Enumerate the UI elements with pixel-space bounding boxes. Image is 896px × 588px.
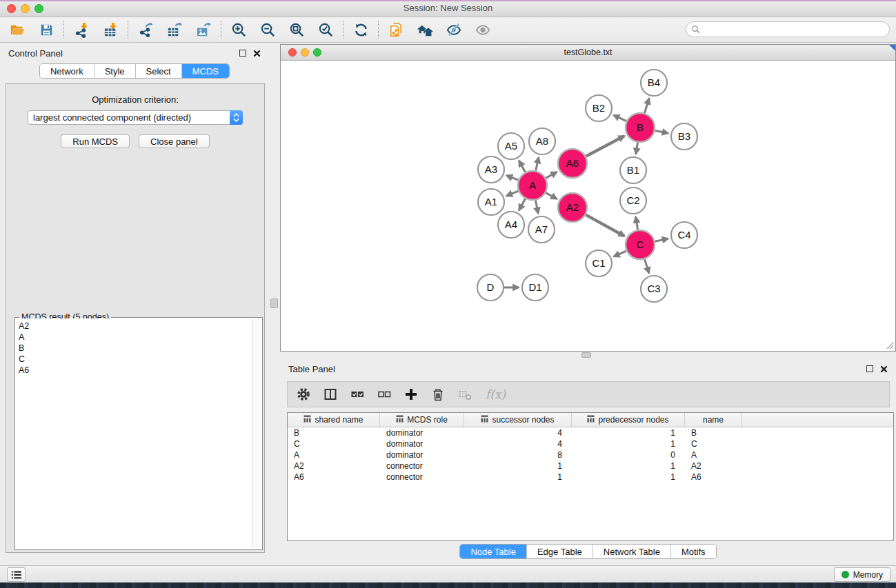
search-input[interactable] — [686, 21, 890, 37]
graph-node-C[interactable]: C — [626, 230, 655, 259]
delete-column-icon[interactable] — [430, 387, 446, 402]
graph-edge-A-A4[interactable] — [519, 199, 525, 210]
table-cell[interactable]: dominator — [380, 428, 464, 438]
table-cell[interactable]: B — [685, 428, 742, 438]
graph-edge-A-A5[interactable] — [519, 161, 525, 172]
table-cell[interactable]: 1 — [572, 439, 685, 449]
graph-node-A[interactable]: A — [518, 171, 547, 200]
graph-node-A1[interactable]: A1 — [478, 189, 504, 215]
graph-node-D[interactable]: D — [477, 274, 504, 301]
table-cell[interactable]: A6 — [288, 472, 380, 482]
run-mcds-button[interactable]: Run MCDS — [61, 134, 130, 148]
float-panel-icon[interactable] — [239, 50, 246, 57]
graph-node-A5[interactable]: A5 — [498, 133, 524, 159]
result-scrollbar[interactable] — [252, 318, 261, 549]
result-item[interactable]: A2 — [19, 321, 252, 332]
node-table[interactable]: shared nameMCDS rolesuccessor nodesprede… — [287, 412, 894, 541]
tab-style[interactable]: Style — [94, 64, 135, 78]
tab-network[interactable]: Network — [40, 64, 94, 78]
table-row[interactable]: A2connector11A2 — [288, 460, 893, 472]
network-window-titlebar[interactable]: testGlobe.txt — [281, 45, 895, 61]
table-cell[interactable]: 4 — [464, 428, 572, 438]
column-header-name[interactable]: name — [685, 413, 742, 427]
table-cell[interactable]: B — [288, 428, 380, 438]
graph-edge-A-A1[interactable] — [506, 191, 518, 196]
optimization-criterion-dropdown[interactable]: largest connected component (directed) — [28, 110, 243, 125]
graph-node-B[interactable]: B — [626, 113, 655, 142]
graph-node-C4[interactable]: C4 — [671, 222, 697, 248]
save-session-icon[interactable] — [38, 21, 54, 38]
column-header-MCDS-role[interactable]: MCDS role — [380, 413, 464, 427]
export-table-icon[interactable] — [166, 21, 183, 38]
import-table-icon[interactable] — [102, 21, 119, 38]
vertical-splitter-handle[interactable] — [270, 298, 278, 308]
table-cell[interactable]: 1 — [572, 472, 685, 482]
graph-node-B2[interactable]: B2 — [586, 95, 612, 121]
graph-node-D1[interactable]: D1 — [522, 274, 548, 301]
tab-network-table[interactable]: Network Table — [593, 545, 670, 558]
table-cell[interactable]: C — [685, 439, 742, 449]
graph-edge-B-B2[interactable] — [614, 115, 626, 121]
graph-edge-A-A8[interactable] — [536, 157, 539, 170]
column-header-successor-nodes[interactable]: successor nodes — [464, 413, 572, 427]
settings-gear-icon[interactable] — [296, 387, 311, 402]
zoom-fit-icon[interactable] — [288, 21, 305, 38]
tab-motifs[interactable]: Motifs — [670, 545, 716, 558]
table-cell[interactable]: A — [685, 450, 742, 460]
zoom-in-icon[interactable] — [230, 21, 247, 38]
graph-node-A3[interactable]: A3 — [478, 156, 504, 183]
graph-node-A4[interactable]: A4 — [498, 212, 524, 238]
graph-edge-C-C3[interactable] — [645, 259, 649, 273]
add-column-icon[interactable] — [404, 387, 419, 402]
graph-node-C2[interactable]: C2 — [620, 187, 646, 214]
horizontal-splitter-handle[interactable] — [581, 352, 591, 358]
result-item[interactable]: A — [19, 332, 252, 343]
table-row[interactable]: Adominator80A — [288, 449, 893, 460]
hide-panel-icon[interactable] — [446, 21, 462, 38]
memory-button[interactable]: Memory — [834, 567, 890, 582]
close-panel-icon[interactable] — [253, 50, 261, 57]
table-cell[interactable]: connector — [380, 472, 464, 482]
graph-edge-B-B1[interactable] — [636, 143, 638, 154]
zoom-selected-icon[interactable] — [317, 21, 334, 38]
table-cell[interactable]: A — [288, 450, 380, 460]
table-cell[interactable]: connector — [380, 461, 464, 471]
graph-edge-B-B3[interactable] — [655, 130, 668, 133]
float-table-panel-icon[interactable] — [866, 365, 873, 372]
table-row[interactable]: Cdominator41C — [288, 438, 893, 449]
table-cell[interactable]: A2 — [685, 461, 742, 471]
deselect-all-icon[interactable] — [377, 387, 392, 402]
table-cell[interactable]: C — [288, 439, 380, 449]
tab-node-table[interactable]: Node Table — [460, 545, 526, 558]
graph-edge-C-C2[interactable] — [636, 217, 638, 230]
tab-select[interactable]: Select — [135, 64, 181, 78]
table-cell[interactable]: A6 — [685, 472, 742, 482]
graph-node-A6[interactable]: A6 — [558, 149, 587, 178]
graph-edge-C-C4[interactable] — [655, 239, 668, 241]
export-image-icon[interactable] — [195, 21, 212, 38]
table-cell[interactable]: 1 — [464, 472, 572, 482]
table-cell[interactable]: A2 — [288, 461, 380, 471]
graph-node-B1[interactable]: B1 — [620, 157, 646, 183]
graph-edge-A-A6[interactable] — [546, 172, 557, 179]
table-cell[interactable]: 1 — [464, 461, 572, 471]
result-item[interactable]: C — [19, 354, 252, 365]
home-view-icon[interactable] — [417, 21, 433, 38]
close-panel-button[interactable]: Close panel — [139, 134, 210, 148]
graph-edge-C-C1[interactable] — [614, 251, 626, 256]
graph-node-A7[interactable]: A7 — [528, 216, 555, 243]
table-cell[interactable]: 1 — [572, 428, 685, 438]
graph-node-B3[interactable]: B3 — [671, 123, 697, 150]
graph-edge-A6-B[interactable] — [586, 136, 624, 156]
table-row[interactable]: A6connector11A6 — [288, 472, 893, 483]
graph-node-A8[interactable]: A8 — [529, 128, 555, 154]
table-cell[interactable]: 8 — [464, 450, 572, 460]
tab-mcds[interactable]: MCDS — [181, 64, 229, 78]
network-canvas[interactable]: B4B2BB3A8A5A6A3B1AA1C2A2A4A7C4CC1C3DD1 — [281, 61, 895, 351]
result-item[interactable]: A6 — [19, 365, 252, 376]
graph-node-C3[interactable]: C3 — [641, 276, 667, 302]
tab-edge-table[interactable]: Edge Table — [526, 545, 593, 558]
clone-network-icon[interactable] — [388, 21, 404, 38]
column-header-shared-name[interactable]: shared name — [288, 413, 380, 427]
select-all-icon[interactable] — [350, 387, 365, 402]
